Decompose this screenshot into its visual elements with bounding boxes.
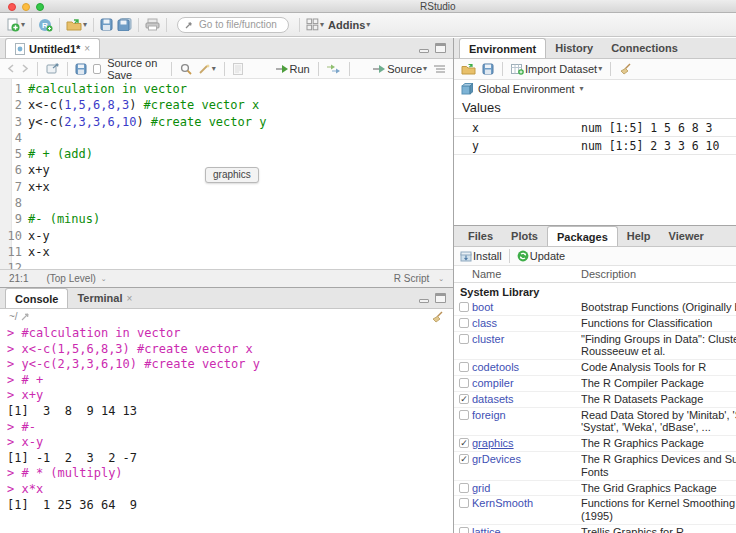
package-loaded-checkbox[interactable] bbox=[459, 483, 469, 493]
compile-report-icon[interactable] bbox=[233, 63, 243, 75]
code-line[interactable]: 9#- (minus) bbox=[0, 211, 453, 227]
code-line[interactable]: 12 bbox=[0, 260, 453, 269]
maximize-pane-icon[interactable] bbox=[435, 293, 446, 303]
tab-help[interactable]: Help bbox=[618, 226, 660, 246]
scope-selector[interactable]: (Top Level) ⌄ bbox=[46, 273, 106, 284]
code-tools-button[interactable]: ▾ bbox=[198, 63, 216, 75]
panes-grid-icon bbox=[306, 18, 319, 31]
open-in-window-icon[interactable] bbox=[21, 312, 30, 321]
load-workspace-folder-icon[interactable] bbox=[461, 64, 476, 75]
addins-button[interactable]: Addins ▾ bbox=[328, 19, 370, 31]
tab-connections[interactable]: Connections bbox=[602, 38, 687, 58]
install-button[interactable]: Install bbox=[460, 250, 502, 262]
find-icon[interactable] bbox=[180, 63, 192, 75]
code-token: # + (add) bbox=[28, 147, 93, 161]
tab-untitled1[interactable]: Untitled1* × bbox=[5, 38, 100, 58]
code-token: ) bbox=[129, 98, 143, 112]
source-on-save-checkbox[interactable] bbox=[93, 64, 101, 74]
workspace-panes-button[interactable]: ▾ bbox=[306, 18, 324, 31]
save-workspace-icon[interactable] bbox=[482, 63, 494, 75]
tab-plots[interactable]: Plots bbox=[502, 226, 547, 246]
package-description: The R Graphics Package bbox=[581, 437, 736, 450]
package-loaded-checkbox[interactable] bbox=[459, 318, 469, 328]
print-button[interactable] bbox=[145, 18, 160, 31]
save-icon[interactable] bbox=[75, 63, 87, 75]
package-loaded-checkbox[interactable] bbox=[459, 362, 469, 372]
code-line[interactable]: 2x<-c(1,5,6,8,3) #create vector x bbox=[0, 97, 453, 113]
show-in-new-window-icon[interactable] bbox=[46, 63, 59, 74]
environment-row[interactable]: ynum [1:5] 2 3 3 6 10 bbox=[454, 137, 736, 155]
code-token: #calculation in vector bbox=[28, 82, 187, 96]
code-line[interactable]: 5# + (add) bbox=[0, 146, 453, 162]
minimize-pane-icon[interactable] bbox=[419, 49, 429, 53]
code-line[interactable]: 11x-x bbox=[0, 244, 453, 260]
package-loaded-checkbox[interactable] bbox=[459, 527, 469, 533]
code-line[interactable]: 1#calculation in vector bbox=[0, 81, 453, 97]
minimize-pane-icon[interactable] bbox=[419, 299, 429, 303]
close-window-button[interactable] bbox=[8, 3, 16, 11]
package-loaded-checkbox[interactable] bbox=[459, 378, 469, 388]
forward-icon[interactable] bbox=[21, 64, 29, 73]
clear-console-broom-icon[interactable] bbox=[431, 311, 444, 323]
tab-terminal[interactable]: Terminal × bbox=[68, 288, 141, 308]
package-loaded-checkbox[interactable] bbox=[459, 334, 469, 344]
package-row: ✓datasetsThe R Datasets Package bbox=[454, 392, 736, 408]
package-loaded-checkbox[interactable]: ✓ bbox=[459, 438, 469, 448]
package-name-link[interactable]: boot bbox=[472, 301, 581, 314]
package-loaded-checkbox[interactable] bbox=[459, 410, 469, 420]
zoom-window-button[interactable] bbox=[36, 3, 44, 11]
column-header-description[interactable]: Description bbox=[581, 268, 636, 280]
code-editor[interactable]: 1#calculation in vector2x<-c(1,5,6,8,3) … bbox=[0, 79, 453, 269]
source-button[interactable]: Source ▾ bbox=[372, 63, 427, 75]
document-outline-icon[interactable] bbox=[433, 64, 446, 74]
package-loaded-checkbox[interactable] bbox=[459, 498, 469, 508]
environment-row[interactable]: xnum [1:5] 1 5 6 8 3 bbox=[454, 119, 736, 137]
package-name-link[interactable]: datasets bbox=[472, 393, 581, 406]
code-line[interactable]: 10x-y bbox=[0, 228, 453, 244]
tab-history[interactable]: History bbox=[546, 38, 602, 58]
package-name-link[interactable]: graphics bbox=[472, 437, 581, 450]
clear-environment-broom-icon[interactable] bbox=[619, 63, 632, 75]
column-header-name[interactable]: Name bbox=[454, 268, 581, 280]
chevron-down-icon: ▾ bbox=[21, 21, 25, 29]
package-name-link[interactable]: class bbox=[472, 317, 581, 330]
update-button[interactable]: Update bbox=[517, 250, 565, 262]
tab-environment[interactable]: Environment bbox=[459, 38, 546, 58]
save-button[interactable] bbox=[100, 18, 113, 31]
tab-console[interactable]: Console bbox=[5, 288, 68, 308]
package-name-link[interactable]: codetools bbox=[472, 361, 581, 374]
code-line[interactable]: 3y<-c(2,3,3,6,10) #create vector y bbox=[0, 114, 453, 130]
tab-packages[interactable]: Packages bbox=[547, 226, 618, 246]
console-output[interactable]: > #calculation in vector> x<-c(1,5,6,8,3… bbox=[0, 324, 453, 533]
package-name-link[interactable]: compiler bbox=[472, 377, 581, 390]
package-name-link[interactable]: grid bbox=[472, 482, 581, 495]
package-name-link[interactable]: foreign bbox=[472, 409, 581, 435]
package-loaded-checkbox[interactable]: ✓ bbox=[459, 394, 469, 404]
run-button[interactable]: Run bbox=[275, 63, 310, 75]
package-name-link[interactable]: cluster bbox=[472, 333, 581, 359]
new-project-button[interactable]: R bbox=[38, 18, 53, 32]
save-all-button[interactable] bbox=[117, 18, 132, 31]
maximize-pane-icon[interactable] bbox=[435, 43, 446, 53]
minimize-window-button[interactable] bbox=[22, 3, 30, 11]
open-file-button[interactable]: ▾ bbox=[66, 19, 87, 31]
package-name-link[interactable]: grDevices bbox=[472, 453, 581, 479]
package-loaded-checkbox[interactable]: ✓ bbox=[459, 454, 469, 464]
environment-scope-selector[interactable]: Global Environment ▾ bbox=[454, 80, 736, 98]
close-tab-icon[interactable]: × bbox=[126, 293, 132, 304]
package-loaded-checkbox[interactable] bbox=[459, 302, 469, 312]
rerun-icon[interactable] bbox=[326, 64, 341, 74]
tab-viewer[interactable]: Viewer bbox=[660, 226, 713, 246]
code-line[interactable]: 4 bbox=[0, 130, 453, 146]
package-name-link[interactable]: lattice bbox=[472, 526, 581, 533]
file-type-selector[interactable]: R Script ⌄ bbox=[394, 273, 444, 284]
new-file-button[interactable]: ▾ bbox=[6, 18, 25, 32]
tab-files[interactable]: Files bbox=[459, 226, 502, 246]
code-line[interactable]: 8 bbox=[0, 195, 453, 211]
goto-file-input[interactable]: Go to file/function bbox=[177, 17, 289, 33]
environment-pane: Environment History Connections Import D… bbox=[454, 38, 736, 226]
import-dataset-button[interactable]: Import Dataset ▾ bbox=[511, 63, 602, 75]
back-icon[interactable] bbox=[7, 64, 15, 73]
package-name-link[interactable]: KernSmooth bbox=[472, 497, 581, 523]
close-tab-icon[interactable]: × bbox=[84, 43, 90, 54]
